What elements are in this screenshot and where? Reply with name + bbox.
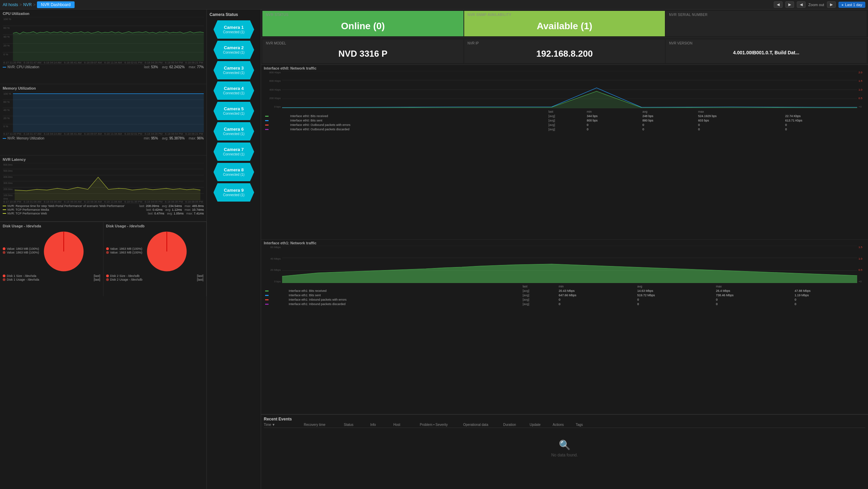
- svg-text:0 %: 0 %: [3, 53, 8, 56]
- cpu-chart-wrap: 100 % 60 % 40 % 20 % 0 %: [3, 17, 204, 61]
- nvr-snmp-card: NVR SNMP AVAILABILITY Available (1): [464, 11, 665, 36]
- zoom-label: Zoom out: [808, 3, 824, 7]
- camera-2[interactable]: Camera 2 Connected (1): [214, 41, 254, 59]
- nvr-serial-card: NVR SERIAL NUMBER: [666, 11, 867, 36]
- nav-back-btn[interactable]: ◀: [797, 1, 806, 8]
- latency-title: NVR Latency: [3, 157, 204, 162]
- nvr-info-row: NVR MODEL NVD 3316 P NVR IP 192.168.8.20…: [261, 38, 868, 65]
- no-data-area: 🔍 No data found.: [264, 428, 865, 469]
- cpu-stat-avg: avg: 62.2432%: [162, 65, 185, 69]
- cpu-panel: CPU Utilization 100 % 60 % 40 %: [0, 10, 206, 84]
- svg-text:100 %: 100 %: [3, 18, 11, 21]
- no-data-text: No data found.: [551, 453, 578, 457]
- disk-sdb-footer-l1: Disk 2 Size - /dev/sdb: [110, 274, 140, 278]
- svg-marker-53: [282, 264, 857, 283]
- cpu-stat-max: max: 77%: [189, 65, 204, 69]
- disk-sda-footer-l1: Disk 1 Size - /dev/sda: [7, 274, 36, 278]
- cpu-legend: NVR: CPU Utilization: [7, 65, 39, 69]
- disk-sdb-title: Disk Usage - /dev/sdb: [106, 224, 204, 228]
- no-data-icon: 🔍: [559, 439, 571, 451]
- mem-x-labels: 6-17 11:20 PM 6-18 01:47 AM 6-18 04:14 A…: [3, 132, 204, 135]
- camera-9[interactable]: Camera 9 Connected (1): [214, 183, 254, 202]
- mem-stat-min: min: 95%: [144, 136, 158, 140]
- recent-events-panel: Recent Events Time ▼ Recovery time Statu…: [261, 414, 868, 489]
- disk-sdb-panel: Disk Usage - /dev/sdb Value: 1863 MB (10…: [103, 222, 207, 296]
- nav-all-hosts[interactable]: All hosts: [3, 2, 18, 7]
- lat-legend1: NVR: Response time for step 'Web Portal …: [7, 204, 125, 208]
- svg-text:0 %: 0 %: [3, 125, 8, 128]
- cpu-chart: 100 % 60 % 40 % 20 % 0 %: [3, 17, 204, 61]
- camera-5[interactable]: Camera 5 Connected (1): [214, 102, 254, 120]
- svg-text:40 %: 40 %: [3, 109, 9, 112]
- nav-forward-btn[interactable]: ▶: [827, 1, 836, 8]
- svg-text:600.0ms: 600.0ms: [3, 164, 13, 166]
- nvr-serial-value: [669, 18, 863, 23]
- lat-legend2: NVR: TCP Performance Media: [7, 208, 49, 211]
- net-panels: Interface eth0: Network traffic 800 Kbps…: [261, 65, 868, 489]
- disk-sda-legend: Value: 1863 MB (100%) Value: 1863 MB (10…: [3, 247, 39, 255]
- svg-text:60 %: 60 %: [3, 26, 9, 30]
- nav-active-tab[interactable]: NVR Dashboard: [37, 1, 75, 8]
- camera-6[interactable]: Camera 6 Connected (1): [214, 122, 254, 140]
- lat-x-labels: 6-17 10:36 PM 6-18 01:06 AM 6-18 03:36 A…: [3, 200, 204, 203]
- last-day-btn[interactable]: ●Last 1 day: [839, 2, 865, 8]
- eth1-title: Interface eth1: Network traffic: [264, 241, 865, 245]
- nvr-version-value: 4.001.00IB001.0.T, Build Dat...: [669, 46, 863, 59]
- svg-text:100.0ms: 100.0ms: [3, 194, 13, 196]
- camera-3[interactable]: Camera 3 Connected (1): [214, 61, 254, 79]
- nvr-model-card: NVR MODEL NVD 3316 P: [262, 39, 463, 63]
- nvr-status-row: NVR STATUS Online (0) NVR SNMP AVAILABIL…: [261, 10, 868, 38]
- mem-chart-wrap: 100 % 60 % 40 % 20 % 0 %: [3, 92, 204, 132]
- left-column: CPU Utilization 100 % 60 % 40 %: [0, 10, 207, 489]
- camera-1[interactable]: Camera 1 Connected (1): [214, 20, 254, 39]
- svg-text:60 %: 60 %: [3, 100, 9, 104]
- nav-sep2: >: [33, 2, 36, 7]
- nav-sep1: >: [19, 2, 22, 7]
- svg-marker-48: [282, 91, 857, 108]
- disk-sda-pie: [42, 229, 86, 274]
- svg-text:100 %: 100 %: [3, 92, 11, 95]
- cpu-stat-last: last: 53%: [144, 65, 158, 69]
- camera-status-column: Camera Status Camera 1 Connected (1) Cam…: [207, 10, 261, 489]
- svg-text:20 %: 20 %: [3, 44, 9, 47]
- disk-sdb-pie: [145, 229, 189, 274]
- mem-title: Memory Utilization: [3, 86, 204, 90]
- mem-legend: NVR: Memory Utilization: [7, 136, 44, 140]
- eth0-chart: [282, 71, 857, 108]
- svg-text:300.0ms: 300.0ms: [3, 182, 13, 184]
- svg-marker-23: [13, 94, 204, 132]
- nvr-ip-card: NVR IP 192.168.8.200: [464, 39, 665, 63]
- nvr-snmp-value: Available (1): [468, 18, 662, 34]
- nvr-status-title: NVR STATUS: [266, 13, 460, 17]
- nvr-model-value: NVD 3316 P: [266, 46, 460, 61]
- right-column: NVR STATUS Online (0) NVR SNMP AVAILABIL…: [261, 10, 868, 489]
- camera-7[interactable]: Camera 7 Connected (1): [214, 143, 254, 161]
- svg-text:20 %: 20 %: [3, 117, 9, 120]
- lat-legend3: NVR: TCP Performance Web: [7, 212, 47, 215]
- nvr-serial-title: NVR SERIAL NUMBER: [669, 13, 863, 17]
- events-header: Time ▼ Recovery time Status Info Host Pr…: [264, 423, 865, 428]
- disk-sdb-footer-l2: Disk 2 Usage - /dev/sdb: [110, 278, 143, 281]
- eth1-stats: lastminavgmax Interface eth1: Bits recei…: [264, 284, 865, 306]
- disk-row: Disk Usage - /dev/sda Value: 1863 MB (10…: [0, 222, 206, 296]
- svg-text:200.0ms: 200.0ms: [3, 188, 13, 190]
- svg-marker-11: [13, 32, 204, 61]
- eth1-chart: [282, 246, 857, 283]
- disk-sda-title: Disk Usage - /dev/sda: [3, 224, 100, 228]
- nav-next-btn[interactable]: ▶: [785, 1, 794, 8]
- nav-prev-btn[interactable]: ◀: [774, 1, 783, 8]
- cpu-title: CPU Utilization: [3, 12, 204, 16]
- nvr-status-card: NVR STATUS Online (0): [262, 11, 463, 36]
- camera-4[interactable]: Camera 4 Connected (1): [214, 81, 254, 100]
- camera-8[interactable]: Camera 8 Connected (1): [214, 163, 254, 181]
- mem-stat-max: max: 96%: [189, 136, 204, 140]
- app-container: All hosts > NVR > NVR Dashboard ◀ ▶ ◀ Zo…: [0, 0, 868, 489]
- nvr-ip-title: NVR IP: [468, 41, 662, 45]
- eth1-panel: Interface eth1: Network traffic 60 Mbps …: [261, 240, 868, 414]
- svg-text:40 %: 40 %: [3, 35, 9, 38]
- nav-nvr[interactable]: NVR: [23, 2, 32, 7]
- eth0-title: Interface eth0: Network traffic: [264, 66, 865, 70]
- nvr-snmp-title: NVR SNMP AVAILABILITY: [468, 13, 662, 17]
- nav-right: ◀ ▶ ◀ Zoom out ▶ ●Last 1 day: [774, 1, 865, 8]
- camera-status-title: Camera Status: [208, 12, 259, 17]
